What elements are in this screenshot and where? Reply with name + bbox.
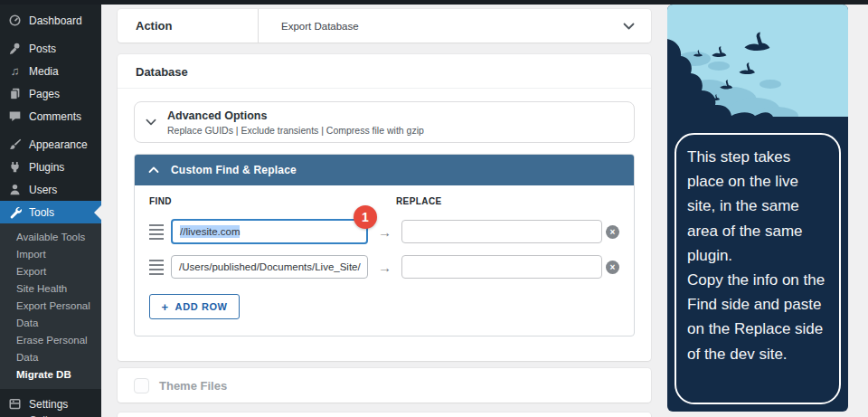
plus-icon: +: [161, 300, 168, 314]
chevron-up-icon: [148, 166, 159, 174]
sidebar-item-label: Tools: [29, 206, 54, 219]
sidebar-item-pages[interactable]: Pages: [0, 82, 101, 105]
sidebar-item-label: Collapse menu: [29, 414, 101, 417]
sidebar-item-tools[interactable]: Tools: [0, 201, 101, 223]
replace-input-row1[interactable]: [401, 220, 602, 243]
sidebar-item-plugins[interactable]: Plugins: [0, 156, 101, 178]
submenu-item-erase-personal-data[interactable]: Erase Personal Data: [16, 332, 101, 366]
custom-find-replace-title: Custom Find & Replace: [171, 164, 297, 176]
drag-handle-icon[interactable]: [149, 224, 164, 240]
sidebar-item-label: Appearance: [29, 138, 88, 151]
arrow-right-icon: →: [368, 225, 401, 239]
sidebar-item-posts[interactable]: Posts: [0, 37, 101, 60]
submenu-item-site-health[interactable]: Site Health: [16, 280, 101, 298]
custom-find-replace-panel: Custom Find & Replace 1 FIND REPLACE //l…: [134, 154, 635, 336]
advanced-options-accordion[interactable]: Advanced Options Replace GUIDs | Exclude…: [134, 101, 635, 143]
next-panel-partial: [118, 412, 651, 417]
sidebar-item-label: Media: [29, 65, 59, 78]
sidebar-item-label: Settings: [29, 398, 68, 411]
add-row-label: ADD ROW: [175, 301, 228, 312]
sidebar-item-settings[interactable]: Settings: [0, 393, 101, 415]
find-input-row1[interactable]: //livesite.com: [171, 219, 368, 244]
sidebar-item-label: Pages: [29, 88, 60, 100]
window-top-bar: [0, 0, 868, 5]
advanced-options-subtitle: Replace GUIDs | Exclude transients | Com…: [167, 125, 424, 136]
input-text: /Users/published/Documents/Live_Site/: [179, 261, 361, 272]
sidebar-item-label: Posts: [29, 43, 56, 55]
custom-find-replace-header[interactable]: Custom Find & Replace: [135, 155, 634, 185]
replace-input-row2[interactable]: [401, 255, 602, 279]
arrow-right-icon: →: [368, 261, 401, 274]
submenu-item-available-tools[interactable]: Available Tools: [16, 229, 101, 246]
theme-files-panel: Theme Files: [118, 368, 651, 403]
callout-paragraph-2: Copy the info on the Find side and paste…: [687, 268, 828, 366]
find-replace-row: /Users/published/Documents/Live_Site/ → …: [149, 255, 619, 279]
pages-icon: [8, 87, 22, 100]
database-panel: Database Advanced Options Replace GUIDs …: [118, 54, 651, 361]
callout-paragraph-1: This step takes place on the live site, …: [687, 145, 828, 268]
remove-row-icon[interactable]: ×: [606, 261, 619, 274]
drag-handle-icon[interactable]: [149, 260, 164, 275]
tutorial-callout-panel: This step takes place on the live site, …: [667, 5, 848, 412]
admin-sidebar: Dashboard Posts ♫ Media Pages Comments A…: [0, 0, 101, 417]
main-content: Action Export Database Database Advanced…: [118, 9, 651, 417]
submenu-item-import[interactable]: Import: [16, 246, 101, 263]
chevron-down-icon: [146, 118, 156, 126]
tools-submenu: Available Tools Import Export Site Healt…: [0, 223, 101, 389]
sidebar-item-label: Comments: [29, 110, 81, 123]
theme-files-title: Theme Files: [159, 379, 227, 393]
step-badge: 1: [354, 205, 377, 229]
user-icon: [8, 183, 22, 196]
remove-row-icon[interactable]: ×: [606, 225, 619, 239]
replace-column-label: REPLACE: [396, 196, 619, 206]
find-replace-row: //livesite.com → ×: [149, 219, 619, 244]
selected-text: //livesite.com: [180, 225, 240, 238]
plugin-icon: [8, 160, 22, 174]
comment-icon: [8, 109, 22, 123]
pushpin-icon: [8, 42, 22, 55]
sidebar-item-label: Plugins: [29, 161, 64, 174]
sidebar-item-label: Users: [29, 184, 57, 196]
sidebar-item-media[interactable]: ♫ Media: [0, 60, 101, 82]
action-label: Action: [118, 19, 258, 33]
chevron-down-icon[interactable]: [623, 23, 635, 30]
sidebar-item-comments[interactable]: Comments: [0, 105, 101, 128]
theme-files-checkbox[interactable]: [134, 378, 149, 393]
brush-icon: [8, 137, 22, 151]
action-select[interactable]: Action Export Database: [118, 9, 651, 43]
settings-icon: [8, 397, 22, 411]
music-note-icon: ♫: [8, 64, 22, 78]
wrench-icon: [8, 205, 22, 219]
birds-illustration: [667, 5, 848, 140]
add-row-button[interactable]: + ADD ROW: [149, 294, 240, 319]
database-panel-title: Database: [118, 54, 651, 89]
sidebar-item-appearance[interactable]: Appearance: [0, 133, 101, 156]
submenu-item-export[interactable]: Export: [16, 263, 101, 280]
sidebar-item-users[interactable]: Users: [0, 178, 101, 201]
callout-text-box: This step takes place on the live site, …: [675, 133, 841, 404]
sidebar-item-label: Dashboard: [29, 14, 82, 27]
submenu-item-export-personal-data[interactable]: Export Personal Data: [16, 298, 101, 332]
action-selected-value: Export Database: [259, 21, 623, 32]
advanced-options-title: Advanced Options: [167, 109, 424, 122]
dashboard-icon: [8, 14, 22, 27]
find-column-label: FIND: [149, 196, 396, 206]
sidebar-item-dashboard[interactable]: Dashboard: [0, 9, 101, 32]
submenu-item-migrate-db[interactable]: Migrate DB: [16, 366, 101, 384]
find-input-row2[interactable]: /Users/published/Documents/Live_Site/: [171, 255, 368, 279]
